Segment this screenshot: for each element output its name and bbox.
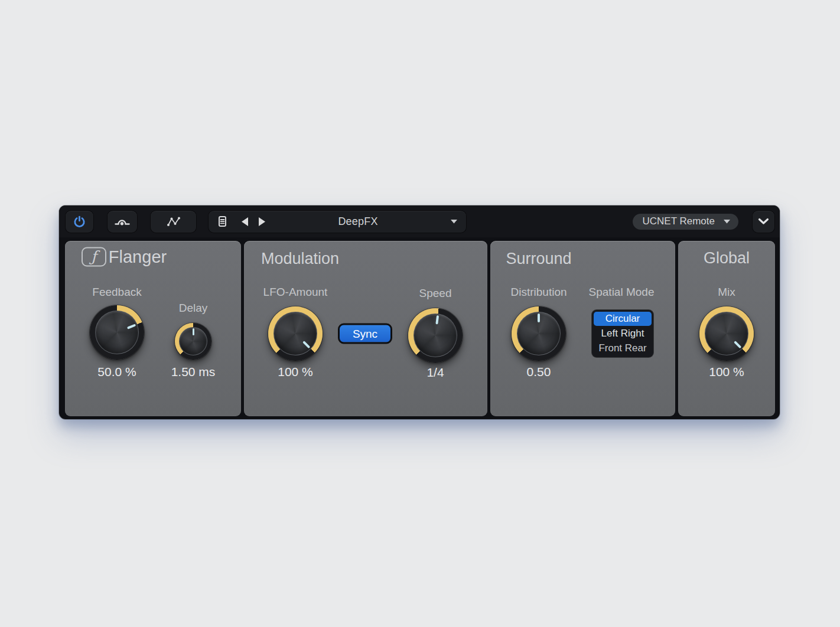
spatial-option-left-right[interactable]: Left Right: [594, 326, 652, 341]
sync-button[interactable]: Sync: [338, 324, 392, 344]
plugin-window: DeepFX UCNET Remote: [59, 205, 780, 419]
logo-glyph: ƒ: [91, 249, 96, 264]
hump-curve-button[interactable]: [108, 211, 137, 233]
distribution-value[interactable]: 0.50: [527, 365, 551, 379]
preset-file-button[interactable]: [216, 215, 228, 228]
lfo-amount-value[interactable]: 100 %: [278, 365, 313, 379]
document-icon: [216, 215, 228, 228]
distribution-label: Distribution: [510, 286, 566, 299]
triangle-left-icon: [241, 217, 249, 227]
distribution-knob[interactable]: [512, 306, 566, 361]
preset-name[interactable]: DeepFX: [266, 215, 450, 228]
delay-label: Delay: [179, 302, 208, 315]
section-flanger: ƒ Flanger Feedback 50.0 % Delay 1.50 ms: [65, 241, 241, 416]
section-title: Global: [704, 249, 750, 267]
preset-prev-button[interactable]: [241, 217, 249, 227]
knob-pointer: [688, 295, 765, 372]
sync-button-label: Sync: [353, 327, 377, 340]
hump-curve-icon: [114, 216, 131, 227]
plugin-toolbar: DeepFX UCNET Remote: [59, 205, 780, 237]
power-icon: [73, 215, 86, 228]
lfo-amount-knob[interactable]: [268, 306, 323, 361]
brand-logo: ƒ: [82, 247, 106, 267]
knob-pointer: [175, 323, 211, 360]
triangle-right-icon: [258, 217, 266, 227]
spatial-mode-label: Spatial Mode: [589, 286, 655, 299]
feedback-knob[interactable]: [90, 305, 144, 360]
plugin-title: Flanger: [109, 247, 167, 267]
spatial-option-circular[interactable]: Circular: [594, 312, 652, 326]
mix-knob[interactable]: [699, 306, 754, 361]
knob-pointer: [405, 305, 466, 366]
delay-knob[interactable]: [175, 323, 211, 360]
spatial-option-front-rear[interactable]: Front Rear: [594, 341, 652, 355]
remote-label: UCNET Remote: [643, 215, 715, 227]
knob-pointer: [512, 306, 566, 361]
section-surround: Surround Distribution 0.50 Spatial Mode …: [490, 241, 675, 416]
section-modulation: Modulation LFO-Amount 100 % Sync Speed 1…: [244, 241, 487, 416]
knob-pointer: [82, 297, 152, 368]
collapse-button[interactable]: [753, 211, 774, 233]
caret-down-icon[interactable]: [450, 219, 458, 224]
spatial-mode-list: Circular Left Right Front Rear: [592, 310, 653, 357]
automation-curve-button[interactable]: [151, 211, 196, 233]
remote-dropdown[interactable]: UCNET Remote: [633, 214, 739, 230]
speed-knob[interactable]: [408, 308, 463, 363]
power-button[interactable]: [66, 211, 93, 233]
mix-value[interactable]: 100 %: [709, 365, 744, 379]
speed-value[interactable]: 1/4: [426, 365, 444, 380]
section-global: Global Mix 100 %: [678, 241, 775, 416]
caret-down-icon: [723, 219, 731, 224]
chevron-down-icon: [758, 218, 769, 225]
feedback-value[interactable]: 50.0 %: [97, 365, 136, 379]
section-title: Surround: [506, 250, 571, 268]
preset-bar: DeepFX: [209, 211, 466, 233]
speed-label: Speed: [419, 287, 452, 300]
zigzag-curve-icon: [166, 215, 181, 227]
preset-next-button[interactable]: [258, 217, 266, 227]
knob-pointer: [257, 295, 334, 372]
desktop-background: DeepFX UCNET Remote: [0, 0, 840, 627]
delay-value[interactable]: 1.50 ms: [171, 365, 216, 379]
section-title: Modulation: [261, 250, 339, 268]
feedback-label: Feedback: [92, 286, 141, 299]
